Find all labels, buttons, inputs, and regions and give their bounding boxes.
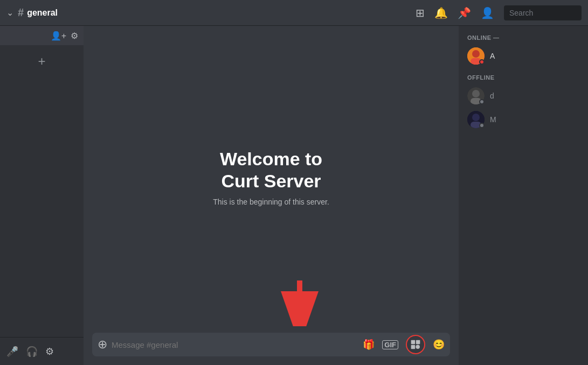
sticker-emoji-icon[interactable]	[406, 335, 425, 354]
settings-icon[interactable]: ⚙	[45, 346, 54, 357]
list-item[interactable]: A	[463, 45, 584, 67]
left-sidebar: 👤+ ⚙ + 🎤 🎧 ⚙	[0, 26, 84, 365]
attach-icon[interactable]: ⊕	[98, 338, 107, 352]
sidebar-toolbar: 👤+ ⚙	[0, 26, 84, 45]
svg-rect-3	[416, 340, 420, 345]
mic-icon[interactable]: 🎤	[6, 346, 18, 357]
search-input[interactable]: Search	[504, 5, 582, 20]
welcome-subtitle: This is the beginning of this server.	[213, 198, 329, 206]
gift-icon[interactable]: 🎁	[363, 339, 375, 350]
online-section-label: ONLINE —	[463, 34, 584, 41]
svg-point-5	[416, 345, 420, 349]
emoji-icon[interactable]: 😊	[433, 339, 445, 350]
status-offline-dot	[479, 99, 485, 104]
svg-rect-2	[411, 340, 416, 345]
member-name: A	[490, 52, 495, 60]
avatar-wrap	[467, 47, 485, 65]
hash-icon: #	[18, 6, 24, 19]
avatar-wrap	[467, 87, 485, 104]
add-channel-button[interactable]: +	[33, 53, 51, 70]
message-input-wrapper: ⊕ 🎁 GIF 😊	[92, 333, 450, 356]
welcome-title: Welcome to Curt Server	[220, 148, 322, 192]
member-name: M	[490, 115, 496, 124]
members-icon[interactable]: 👤	[481, 6, 494, 19]
message-right-icons: 🎁 GIF 😊	[363, 335, 445, 354]
message-input[interactable]	[112, 340, 358, 349]
list-item[interactable]: M	[463, 109, 584, 130]
svg-point-7	[472, 50, 480, 58]
topbar-right: ⊞ 🔔 📌 👤 Search	[416, 5, 582, 20]
bell-icon[interactable]: 🔔	[434, 6, 448, 19]
chevron-down-icon[interactable]: ⌄	[6, 8, 13, 18]
topbar-left: ⌄ # general	[6, 6, 90, 19]
add-member-icon[interactable]: 👤+	[51, 31, 66, 41]
pin-icon[interactable]: 📌	[458, 6, 471, 19]
channel-name: # general	[18, 6, 58, 19]
gear-icon[interactable]: ⚙	[71, 31, 78, 41]
headphones-icon[interactable]: 🎧	[26, 346, 38, 357]
threads-icon[interactable]: ⊞	[416, 6, 425, 19]
topbar: ⌄ # general ⊞ 🔔 📌 👤 Search	[0, 0, 588, 26]
list-item[interactable]: d	[463, 85, 584, 107]
chat-welcome: Welcome to Curt Server This is the begin…	[84, 26, 459, 328]
svg-point-10	[472, 90, 480, 97]
svg-point-13	[472, 114, 480, 121]
member-name: d	[490, 92, 494, 100]
offline-section-label: OFFLINE	[463, 74, 584, 81]
gif-button[interactable]: GIF	[382, 340, 398, 349]
member-list: ONLINE — A OFFLINE	[459, 26, 588, 365]
chat-area: Welcome to Curt Server This is the begin…	[84, 26, 459, 365]
status-offline-dot	[479, 123, 485, 128]
main-layout: 👤+ ⚙ + 🎤 🎧 ⚙ Welcome to Curt Server This…	[0, 26, 588, 365]
status-dnd-dot	[479, 59, 485, 65]
message-bar: ⊕ 🎁 GIF 😊	[84, 328, 459, 365]
sidebar-footer: 🎤 🎧 ⚙	[0, 337, 84, 365]
avatar-wrap	[467, 111, 485, 128]
svg-rect-4	[411, 345, 416, 349]
